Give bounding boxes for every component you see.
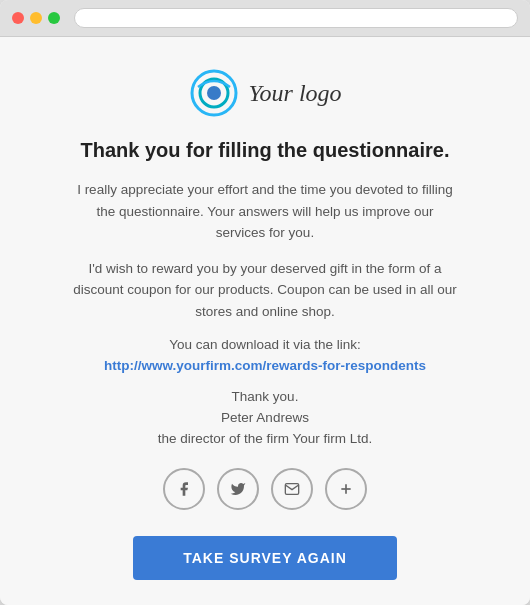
svg-point-2: [207, 86, 221, 100]
close-dot[interactable]: [12, 12, 24, 24]
download-link[interactable]: http://www.yourfirm.com/rewards-for-resp…: [104, 358, 426, 373]
email-icon[interactable]: [271, 468, 313, 510]
download-label: You can download it via the link:: [169, 337, 361, 352]
browser-window: Your logo Thank you for filling the ques…: [0, 0, 530, 605]
page-content: Your logo Thank you for filling the ques…: [0, 37, 530, 605]
logo-icon: [188, 67, 240, 119]
plus-icon[interactable]: [325, 468, 367, 510]
address-bar[interactable]: [74, 8, 518, 28]
author-name: Peter Andrews: [221, 410, 309, 425]
reward-text: I'd wish to reward you by your deserved …: [70, 258, 460, 323]
main-title: Thank you for filling the questionnaire.: [81, 137, 450, 163]
maximize-dot[interactable]: [48, 12, 60, 24]
minimize-dot[interactable]: [30, 12, 42, 24]
logo-container: Your logo: [188, 67, 341, 119]
thank-you-text: Thank you.: [232, 389, 299, 404]
description-text: I really appreciate your effort and the …: [70, 179, 460, 244]
twitter-icon[interactable]: [217, 468, 259, 510]
browser-chrome: [0, 0, 530, 37]
director-title: the director of the firm Your firm Ltd.: [158, 431, 373, 446]
logo-text: Your logo: [248, 80, 341, 107]
social-icons-container: [163, 468, 367, 510]
facebook-icon[interactable]: [163, 468, 205, 510]
take-survey-button[interactable]: TAKE SURVEY AGAIN: [133, 536, 397, 580]
